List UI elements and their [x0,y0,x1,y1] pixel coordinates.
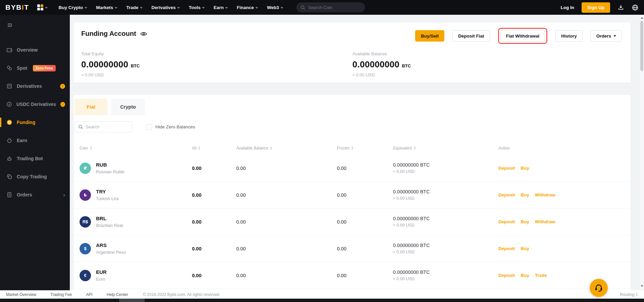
nav-item-web3[interactable]: Web3 [267,5,283,10]
deposit-link[interactable]: Deposit [498,246,515,251]
signup-button[interactable]: Sign Up [582,2,610,13]
equivalent-usd: ≈ 0.00 USD [393,277,498,281]
sidebar-item-spot[interactable]: Spot Zero Fees [0,59,70,77]
nav-item-markets[interactable]: Markets [96,5,117,10]
sidebar-item-copy-trading[interactable]: Copy Trading [0,168,70,186]
hide-zero-checkbox[interactable] [146,124,152,130]
buy-link[interactable]: Buy [521,246,530,251]
promo-icon: ↑ [60,102,65,107]
cell-all: 0.00 [192,246,236,251]
cell-all: 0.00 [192,166,236,171]
total-equity-label: Total Equity [81,51,140,56]
hide-zero-label: Hide Zero Balances [155,124,195,129]
tab-crypto[interactable]: Crypto [111,99,145,115]
orders-dropdown-button[interactable]: Orders [591,30,622,42]
deposit-link[interactable]: Deposit [498,166,515,171]
login-button[interactable]: Log In [561,5,575,10]
table-row-try: ₺ TRYTurkish Lira 0.00 0.00 0.00 0.00000… [74,182,631,208]
sort-icon [198,146,200,150]
history-button[interactable]: History [555,30,583,42]
copy-icon [6,174,12,180]
withdraw-link[interactable]: Withdraw [535,219,555,224]
deposit-link[interactable]: Deposit [498,192,515,197]
nav-label: Finance [237,5,254,10]
footer-link-api[interactable]: API [86,292,92,297]
scroll-down-arrow[interactable] [640,284,644,288]
vertical-scrollbar[interactable] [639,15,644,289]
buy-link[interactable]: Buy [521,273,530,278]
column-header-all[interactable]: All [192,146,236,150]
column-label: Equivalent [393,146,412,150]
sidebar-item-funding[interactable]: Funding [0,113,70,131]
apps-menu-button[interactable] [37,4,48,10]
nav-item-trade[interactable]: Trade [126,5,143,10]
withdraw-link[interactable]: Withdraw [535,192,555,197]
search-icon [78,124,83,129]
column-header-frozen[interactable]: Frozen [337,146,393,150]
download-app-button[interactable] [617,4,624,11]
cell-frozen: 0.00 [337,166,393,171]
sort-icon [90,146,92,150]
buy-link[interactable]: Buy [521,219,530,224]
balance-search-input[interactable] [86,124,126,129]
coin-cell: R$ BRLBrazilian Real [80,216,192,228]
footer-link-market-overview[interactable]: Market Overview [6,292,36,297]
sidebar-item-orders[interactable]: Orders › [0,186,70,204]
nav-item-tools[interactable]: Tools [189,5,205,10]
available-balance-unit: BTC [402,63,411,68]
bybit-logo[interactable]: BYBIT [5,3,29,11]
scroll-up-arrow[interactable] [640,15,644,20]
nav-item-earn[interactable]: Earn [213,5,228,10]
coin-symbol: TRY [96,189,118,194]
fiat-withdrawal-button[interactable]: Fiat Withdrawal [500,30,545,42]
cell-available: 0.00 [236,273,337,278]
buy-link[interactable]: Buy [521,192,530,197]
nav-item-finance[interactable]: Finance [237,5,258,10]
column-header-equivalent[interactable]: Equivalent [393,146,498,150]
deposit-link[interactable]: Deposit [498,219,515,224]
equivalent-usd: ≈ 0.00 USD [393,196,498,201]
tab-fiat[interactable]: Fiat [75,99,107,115]
hide-zero-balances-toggle[interactable]: Hide Zero Balances [146,124,195,130]
deposit-link[interactable]: Deposit [498,273,515,278]
nav-item-derivatives[interactable]: Derivatives [151,5,180,10]
column-header-available[interactable]: Available Balance [236,146,337,150]
trade-link[interactable]: Trade [535,273,547,278]
page-title: Funding Account [81,30,147,38]
buy-link[interactable]: Buy [521,166,530,171]
eye-visibility-icon[interactable] [140,30,147,38]
top-navbar: BYBIT Buy Crypto Markets Trade Derivativ… [0,0,644,15]
support-chat-button[interactable] [590,279,608,297]
footer-link-trading-fee[interactable]: Trading Fee [50,292,72,297]
sidebar-item-derivatives[interactable]: Derivatives ↑ [0,77,70,95]
balances-panel: Fiat Crypto Hide Zero Balances Coin All … [74,95,631,290]
sidebar-item-trading-bot[interactable]: Trading Bot [0,149,70,168]
eur-coin-icon: € [80,270,91,281]
deposit-fiat-button[interactable]: Deposit Fiat [452,30,490,42]
coin-search-input[interactable] [308,5,358,10]
sidebar-item-earn[interactable]: Earn [0,131,70,149]
orders-dropdown-label: Orders [596,34,611,39]
logo-prefix: BYB [5,3,22,11]
cell-available: 0.00 [236,246,337,251]
balance-search-box[interactable] [75,121,133,132]
language-button[interactable] [632,4,639,11]
footer-link-help-center[interactable]: Help Center [107,292,128,297]
chevron-down-icon [202,7,205,9]
column-header-coin[interactable]: Coin [80,146,192,150]
cell-equivalent: 0.00000000 BTC≈ 0.00 USD [393,216,498,228]
sidebar-item-label: USDC Derivatives [16,102,56,107]
buy-sell-button[interactable]: Buy/Sell [415,30,444,42]
nav-label: Buy Crypto [59,5,83,10]
sidebar-item-overview[interactable]: Overview [0,41,70,59]
column-label: Action [498,146,509,150]
chevron-down-icon [225,7,228,9]
sidebar-item-usdc-derivatives[interactable]: S USDC Derivatives ↑ [0,95,70,113]
scrollbar-thumb[interactable] [640,21,643,71]
nav-item-buy-crypto[interactable]: Buy Crypto [59,5,88,10]
sidebar-collapse-button[interactable] [0,15,70,29]
coin-search-box[interactable] [296,2,365,12]
equivalent-btc: 0.00000000 BTC [393,216,498,221]
available-balance-block: Available Balance 0.00000000 BTC ≈ 0.00 … [352,51,411,77]
cell-equivalent: 0.00000000 BTC≈ 0.00 USD [393,269,498,281]
